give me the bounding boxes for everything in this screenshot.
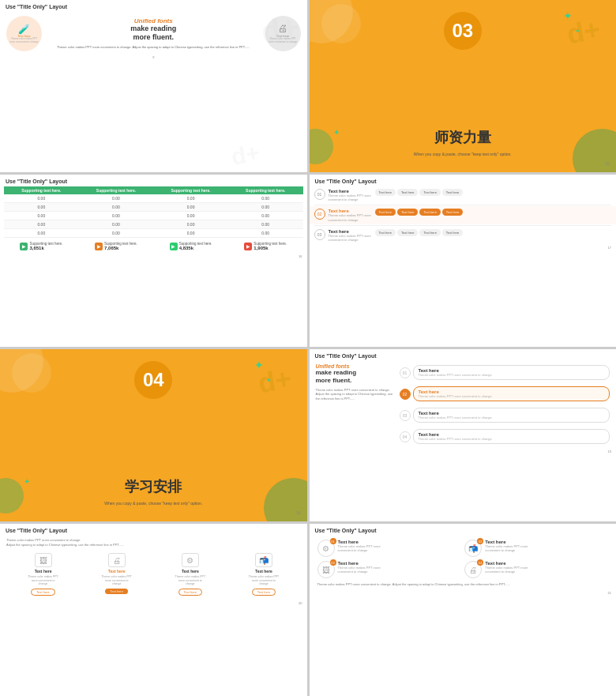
s6-desc-2: Theme color makes PPT more convenient to… bbox=[419, 394, 605, 398]
s7-label-1: Text here bbox=[35, 569, 52, 574]
circle-right-sublabel: Theme color makes PPT more convenient to… bbox=[265, 38, 301, 43]
deco-s5-bl bbox=[0, 478, 24, 514]
printer-icon: 🖨 bbox=[278, 23, 287, 34]
row3-desc: Theme color makes PPT more convenient to… bbox=[329, 234, 372, 242]
btn-r2-3[interactable]: Text here bbox=[419, 209, 440, 216]
text-block-01: Text here Theme color makes PPT more con… bbox=[329, 189, 372, 201]
footer-item-4: ▶ Supporting text here. 1,905k bbox=[244, 242, 287, 250]
slides-grid: Use "Title Only" Layout d+ d+ 🧪 Text her… bbox=[0, 0, 616, 696]
slide-1: Use "Title Only" Layout d+ d+ 🧪 Text her… bbox=[0, 0, 307, 172]
cell: 0.00 bbox=[4, 229, 79, 238]
s7-subdesc-1: Theme color makes PPT more convenient to… bbox=[28, 575, 59, 586]
s7-label-2: Text here bbox=[108, 569, 126, 574]
slide-3-footer: ▶ Supporting text here. 3,651k ▶ Support… bbox=[0, 239, 307, 253]
cell: 0.00 bbox=[79, 212, 154, 220]
s8-desc-3: Theme color makes PPT more convenient to… bbox=[338, 566, 393, 574]
s7-btn-3[interactable]: Text here bbox=[178, 589, 202, 596]
sub-s2: When you copy & paste, choose "keep text… bbox=[414, 152, 512, 156]
page-s2: 10 bbox=[605, 161, 610, 166]
btn-r1-4[interactable]: Text here bbox=[442, 189, 463, 196]
slide-8-grid: ⚙ 01 Text here Theme color makes PPT mor… bbox=[310, 536, 617, 582]
cell: 0.00 bbox=[153, 220, 228, 229]
slide-3-title: Use "Title Only" Layout bbox=[0, 175, 307, 186]
cell: 0.00 bbox=[4, 220, 79, 229]
s8-wrap-2: 📬 02 bbox=[464, 540, 482, 557]
s7-btn-4[interactable]: Text here bbox=[252, 589, 276, 596]
slide-6-title: Use "Title Only" Layout bbox=[310, 349, 617, 361]
row2-desc: Theme color makes PPT more convenient to… bbox=[329, 213, 372, 221]
slide-8-title: Use "Title Only" Layout bbox=[310, 524, 617, 536]
btn-r1-3[interactable]: Text here bbox=[419, 189, 440, 196]
badge-1: 01 bbox=[330, 538, 336, 544]
num-circle-s5: 04 bbox=[134, 361, 172, 399]
btn-r2-2[interactable]: Text here bbox=[397, 209, 418, 216]
slide-1-content: 🧪 Text here Theme color makes PPT more c… bbox=[0, 12, 307, 55]
sparkle-3: ✦ bbox=[333, 128, 340, 137]
s7-icon-item-2: 🖨 Text here Theme color makes PPT more c… bbox=[101, 553, 133, 596]
row1-buttons: Text here Text here Text here Text here bbox=[375, 189, 612, 196]
deco-circle-inner bbox=[321, 4, 361, 43]
s7-btn-2[interactable]: Text here bbox=[105, 589, 127, 594]
num-circle-01: 01 bbox=[314, 189, 325, 200]
btn-r1-2[interactable]: Text here bbox=[397, 189, 418, 196]
s7-icon-item-1: 🖼 Text here Theme color makes PPT more c… bbox=[28, 553, 59, 596]
slide-2: d+ 03 ✦ ✦ ✦ 师资力量 When you copy & paste, … bbox=[310, 0, 617, 172]
cell: 0.00 bbox=[79, 203, 154, 212]
btn-r3-4[interactable]: Text here bbox=[442, 229, 463, 236]
btn-r3-3[interactable]: Text here bbox=[419, 229, 440, 236]
btn-r2-1[interactable]: Text here bbox=[375, 209, 396, 216]
sparkle-s5-2: ✦ bbox=[266, 377, 272, 384]
btn-r3-2[interactable]: Text here bbox=[397, 229, 418, 236]
footer-val-4: 1,905k bbox=[254, 246, 287, 250]
divider-2 bbox=[314, 225, 612, 226]
cell: 0.00 bbox=[153, 203, 228, 212]
footer-val-1: 3,651k bbox=[29, 246, 62, 250]
sparkle-1: ✦ bbox=[563, 9, 573, 22]
s8-desc-2: Theme color makes PPT more convenient to… bbox=[485, 544, 540, 552]
num-circle-03: 03 bbox=[314, 229, 325, 240]
s8-text-3: Text here Theme color makes PPT more con… bbox=[338, 561, 393, 574]
slide-4-page: 17 bbox=[310, 244, 617, 251]
s7-btn-1[interactable]: Text here bbox=[31, 589, 54, 596]
cell: 0.00 bbox=[79, 220, 154, 229]
cell: 0.00 bbox=[153, 194, 228, 203]
slide-7-page: 20 bbox=[0, 600, 307, 607]
slide-4-row-3: 03 Text here Theme color makes PPT more … bbox=[310, 227, 617, 244]
slide-8-bottom-desc: Theme color makes PPT more convenient to… bbox=[310, 582, 617, 589]
s6-num-3: 03 bbox=[400, 410, 411, 421]
slide-3-table: Supporting text here. Supporting text he… bbox=[4, 186, 303, 238]
slide-1-desc: Theme color makes PPT more convenient to… bbox=[48, 45, 259, 50]
footer-item-1: ▶ Supporting text here. 3,651k bbox=[20, 242, 62, 250]
btn-r3-1[interactable]: Text here bbox=[375, 229, 396, 236]
divider-1 bbox=[314, 205, 612, 205]
s6-desc-1: Theme color makes PPT more convenient to… bbox=[419, 373, 605, 377]
slide-7-title: Use "Title Only" Layout bbox=[0, 524, 307, 536]
deco-circle-bl bbox=[310, 129, 333, 164]
s7-subdesc-4: Theme color makes PPT more convenient to… bbox=[248, 575, 280, 586]
slide-3-table-wrap: Supporting text here. Supporting text he… bbox=[0, 186, 307, 238]
footer-val-3: 4,835k bbox=[179, 246, 212, 250]
col-header-1: Supporting text here. bbox=[4, 186, 79, 194]
s8-text-4: Text here Theme color makes PPT more con… bbox=[485, 561, 540, 574]
btn-r2-4[interactable]: Text here bbox=[442, 209, 463, 216]
row2-buttons: Text here Text here Text here Text here bbox=[375, 209, 612, 216]
flask-icon: 🧪 bbox=[18, 24, 30, 35]
btn-r1-1[interactable]: Text here bbox=[375, 189, 396, 196]
s7-icon-item-4: 📬 Text here Theme color makes PPT more c… bbox=[248, 553, 280, 596]
unified-fonts-label: Unified fonts bbox=[48, 17, 259, 24]
image-icon-1: 🖼 bbox=[35, 553, 52, 567]
watermark-2: d+ bbox=[229, 139, 261, 171]
slide-6-content: Unified fonts make readingmore fluent. T… bbox=[310, 361, 617, 448]
badge-2: 02 bbox=[477, 538, 483, 544]
num-s5: 04 bbox=[143, 369, 164, 391]
s7-label-3: Text here bbox=[182, 569, 199, 574]
slide-5: d+ 04 ✦ ✦ ✦ 学习安排 When you copy & paste, … bbox=[0, 349, 307, 521]
slide-4: Use "Title Only" Layout 01 Text here The… bbox=[310, 175, 617, 347]
footer-icon-2: ▶ bbox=[95, 243, 103, 250]
s8-text-2: Text here Theme color makes PPT more con… bbox=[485, 540, 540, 552]
s7-label-4: Text here bbox=[255, 569, 272, 574]
s6-item-4: 04 Text here Theme color makes PPT more … bbox=[400, 427, 610, 446]
slide-6-right: 01 Text here Theme color makes PPT more … bbox=[400, 363, 610, 446]
footer-text-4: Supporting text here. 1,905k bbox=[254, 242, 287, 250]
cell: 0.00 bbox=[228, 194, 303, 203]
